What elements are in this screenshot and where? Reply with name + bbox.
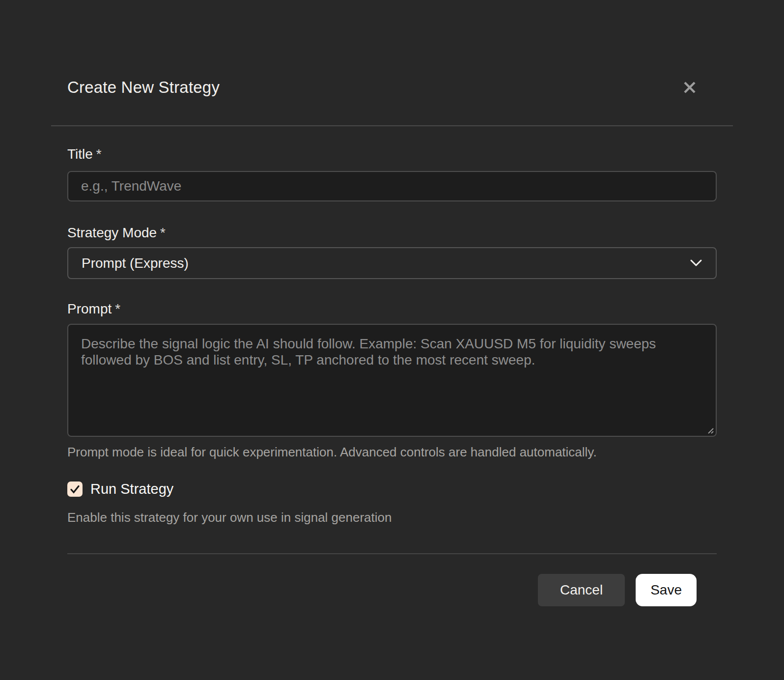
required-marker: * bbox=[96, 146, 102, 162]
save-button[interactable]: Save bbox=[636, 574, 697, 606]
prompt-label-text: Prompt bbox=[67, 301, 112, 316]
cancel-button[interactable]: Cancel bbox=[538, 574, 625, 606]
required-marker: * bbox=[115, 301, 120, 316]
modal-footer: Cancel Save bbox=[67, 574, 697, 606]
run-strategy-checkbox[interactable] bbox=[67, 482, 83, 497]
run-strategy-checkbox-row[interactable]: Run Strategy bbox=[67, 481, 717, 497]
strategy-mode-select[interactable]: Prompt (Express) bbox=[67, 247, 717, 279]
title-label-text: Title bbox=[67, 146, 93, 162]
strategy-mode-selected-value: Prompt (Express) bbox=[82, 255, 189, 271]
prompt-helper-text: Prompt mode is ideal for quick experimen… bbox=[67, 445, 717, 459]
modal-title: Create New Strategy bbox=[67, 78, 220, 97]
prompt-field-label: Prompt* bbox=[67, 301, 717, 317]
create-strategy-modal: Create New Strategy Title* Strategy Mode… bbox=[0, 77, 784, 680]
title-field-label: Title* bbox=[67, 146, 717, 163]
required-marker: * bbox=[160, 225, 166, 240]
form-body: Title* Strategy Mode* Prompt (Express) P… bbox=[0, 146, 784, 525]
close-button[interactable] bbox=[679, 77, 700, 98]
title-input[interactable] bbox=[67, 171, 717, 201]
run-strategy-helper-text: Enable this strategy for your own use in… bbox=[67, 510, 717, 525]
chevron-down-icon bbox=[688, 258, 704, 268]
checkmark-icon bbox=[70, 485, 80, 494]
run-strategy-label: Run Strategy bbox=[90, 481, 173, 497]
modal-header: Create New Strategy bbox=[0, 77, 784, 98]
prompt-textarea-wrap bbox=[67, 324, 717, 437]
mode-label-text: Strategy Mode bbox=[67, 225, 157, 240]
mode-field-label: Strategy Mode* bbox=[67, 225, 717, 241]
footer-divider bbox=[67, 553, 717, 554]
resize-grip-icon[interactable] bbox=[705, 425, 714, 434]
close-icon bbox=[682, 80, 697, 95]
prompt-textarea[interactable] bbox=[67, 324, 717, 437]
header-divider bbox=[51, 125, 733, 126]
